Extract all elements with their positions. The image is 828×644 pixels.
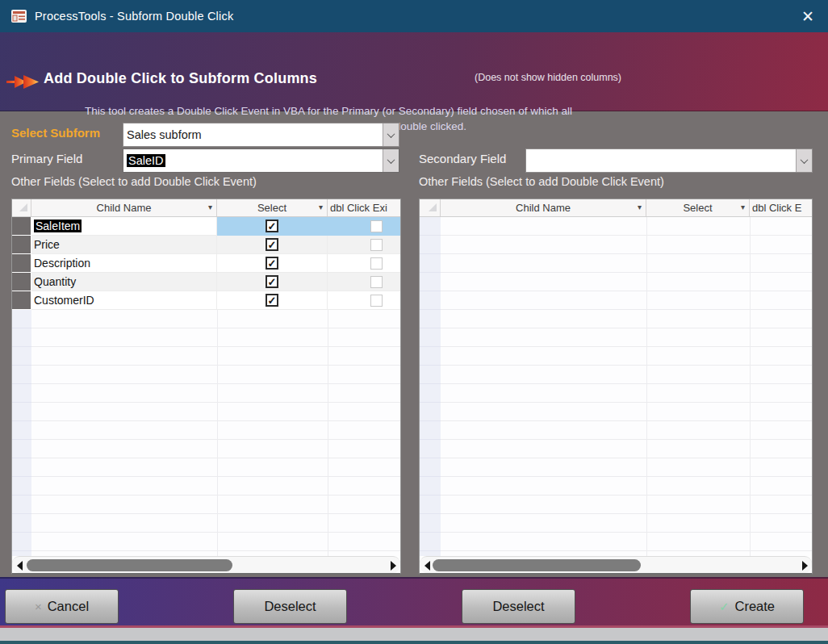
cell-select: ✓	[217, 217, 328, 236]
cancel-x-icon: ×	[35, 600, 42, 613]
column-header-label: Select	[257, 202, 286, 214]
row-selector[interactable]	[12, 273, 31, 291]
scroll-thumb[interactable]	[433, 559, 641, 571]
deselect-right-button[interactable]: Deselect	[462, 589, 575, 624]
create-button[interactable]: ✓ Create	[690, 589, 804, 624]
select-checkbox[interactable]: ✓	[266, 220, 278, 232]
subform-combobox-value[interactable]: Sales subform	[123, 123, 383, 146]
h-scrollbar[interactable]	[420, 556, 812, 573]
column-header-select[interactable]: Select ▾	[217, 199, 328, 216]
primary-field-dropdown-button[interactable]	[383, 149, 399, 172]
cell-child-name[interactable]: Description	[31, 254, 217, 273]
close-icon[interactable]: ✕	[794, 3, 822, 29]
grid-filler	[12, 310, 400, 556]
chevron-down-icon	[801, 156, 809, 164]
scroll-thumb[interactable]	[27, 559, 232, 571]
cell-dblclick	[328, 291, 400, 310]
secondary-field-dropdown-button[interactable]	[796, 149, 812, 172]
filter-arrow-icon[interactable]: ▾	[638, 203, 642, 211]
page-title: Add Double Click to Subform Columns	[44, 70, 317, 87]
filter-arrow-icon[interactable]: ▾	[741, 203, 745, 211]
row-selector[interactable]	[12, 217, 31, 236]
column-header-child-name[interactable]: Child Name ▾	[441, 199, 646, 216]
dblclick-checkbox[interactable]	[370, 220, 383, 232]
subform-combobox[interactable]: Sales subform	[123, 123, 399, 147]
cell-dblclick	[328, 254, 400, 273]
right-arrow-icon	[802, 561, 808, 571]
scroll-right-button[interactable]	[387, 557, 399, 574]
record-selector-strip	[12, 310, 31, 556]
table-row[interactable]: Description✓	[12, 254, 400, 273]
filter-arrow-icon[interactable]: ▾	[319, 203, 323, 211]
deselect-left-button[interactable]: Deselect	[233, 589, 347, 624]
chevron-down-icon	[387, 130, 395, 138]
dblclick-checkbox[interactable]	[370, 276, 383, 288]
table-row[interactable]: CustomerID✓	[12, 291, 400, 310]
cell-child-name[interactable]: SaleItem	[31, 217, 217, 236]
create-check-icon: ✓	[719, 600, 730, 614]
row-selector[interactable]	[12, 236, 31, 254]
row-selector[interactable]	[12, 291, 31, 310]
row-selector[interactable]	[12, 254, 31, 273]
select-checkbox[interactable]: ✓	[266, 238, 278, 251]
secondary-field-label: Secondary Field	[419, 152, 506, 165]
scroll-right-button[interactable]	[798, 557, 811, 574]
cell-select: ✓	[217, 236, 328, 254]
column-header-dblclick[interactable]: dbl Click Exi	[328, 199, 400, 216]
deselect-left-label: Deselect	[264, 599, 316, 614]
select-all-corner[interactable]	[420, 199, 441, 216]
cell-child-name[interactable]: CustomerID	[31, 291, 217, 310]
select-checkbox[interactable]: ✓	[266, 275, 278, 288]
secondary-field-combobox-value[interactable]	[526, 149, 796, 172]
column-header-label: Child Name	[97, 202, 152, 214]
column-header-child-name[interactable]: Child Name ▾	[31, 199, 217, 216]
selected-text: SaleID	[127, 154, 165, 167]
dblclick-checkbox[interactable]	[370, 257, 383, 270]
cancel-button-label: Cancel	[48, 599, 89, 614]
cell-select: ✓	[217, 291, 328, 310]
column-header-select[interactable]: Select ▾	[646, 199, 750, 216]
dblclick-checkbox[interactable]	[370, 295, 383, 307]
column-header-label: Select	[683, 202, 712, 214]
cell-child-name[interactable]: Quantity	[31, 273, 217, 291]
column-header-dblclick[interactable]: dbl Click E	[750, 199, 812, 216]
cell-child-name[interactable]: Price	[31, 236, 217, 254]
cancel-button[interactable]: × Cancel	[5, 589, 119, 624]
select-checkbox[interactable]: ✓	[266, 294, 278, 307]
table-row[interactable]: Price✓	[12, 236, 400, 254]
left-arrow-icon	[424, 561, 430, 571]
table-row[interactable]: SaleItem✓	[12, 217, 400, 236]
h-scrollbar[interactable]	[12, 556, 400, 573]
create-button-label: Create	[735, 599, 776, 614]
primary-field-combobox[interactable]: SaleID	[123, 148, 399, 173]
subform-dropdown-button[interactable]	[383, 123, 399, 146]
grid-vline	[646, 217, 647, 556]
cell-dblclick	[328, 273, 400, 291]
secondary-field-combobox[interactable]	[525, 148, 813, 173]
scroll-left-button[interactable]	[420, 557, 433, 574]
cell-select: ✓	[217, 273, 328, 291]
titlebar: ProcessTools - Subform Double Click ✕	[0, 0, 828, 32]
scroll-left-button[interactable]	[13, 557, 26, 574]
table-row[interactable]: Quantity✓	[12, 273, 400, 291]
right-arrow-icon	[391, 561, 396, 571]
grid-header: Child Name ▾ Select ▾ dbl Click Exi	[12, 199, 400, 217]
deselect-right-label: Deselect	[492, 599, 544, 614]
select-all-corner[interactable]	[12, 199, 31, 216]
status-bar	[0, 628, 828, 644]
description-line-1: This tool creates a Double Click Event i…	[36, 103, 621, 119]
grid-vline	[217, 310, 218, 556]
filter-arrow-icon[interactable]: ▾	[208, 203, 212, 211]
window-title: ProcessTools - Subform Double Click	[35, 10, 233, 23]
primary-field-label: Primary Field	[11, 152, 82, 165]
right-fields-label: Other Fields (Select to add Double Click…	[419, 175, 664, 188]
header-band: Add Double Click to Subform Columns (Doe…	[0, 32, 828, 111]
column-header-label: dbl Click Exi	[330, 202, 387, 214]
grid-vline	[750, 217, 751, 556]
column-header-label: Child Name	[516, 202, 571, 214]
cell-dblclick	[328, 217, 400, 236]
select-checkbox[interactable]: ✓	[266, 257, 278, 270]
dblclick-checkbox[interactable]	[370, 239, 383, 251]
primary-field-combobox-value[interactable]: SaleID	[123, 149, 383, 172]
fields-grid-right: Child Name ▾ Select ▾ dbl Click E	[419, 199, 813, 575]
